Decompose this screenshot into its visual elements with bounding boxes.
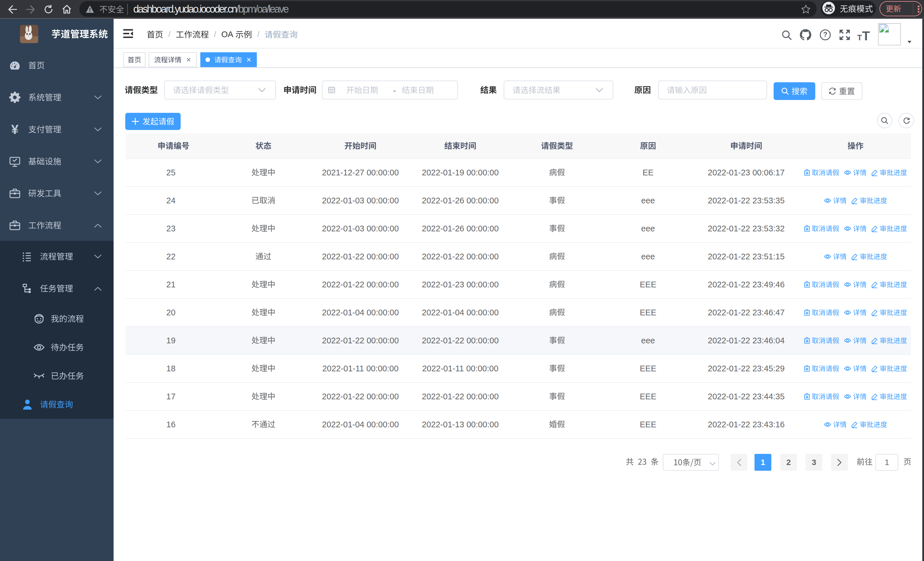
- svg-text:T: T: [857, 33, 862, 42]
- svg-text:T: T: [862, 29, 870, 43]
- svg-text:?: ?: [823, 30, 828, 38]
